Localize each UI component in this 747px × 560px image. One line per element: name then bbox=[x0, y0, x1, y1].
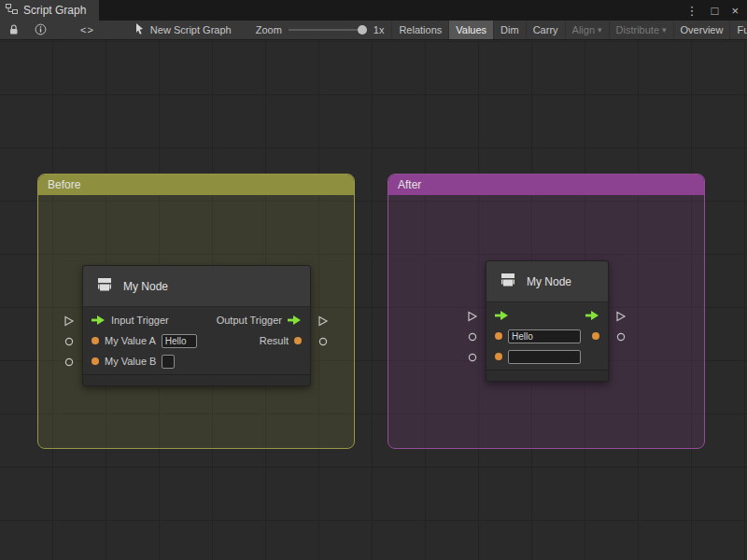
node-before[interactable]: My Node Input Trigger Output Trigger bbox=[82, 265, 311, 386]
values-label: Values bbox=[456, 24, 486, 35]
relations-label: Relations bbox=[399, 24, 442, 35]
node-row: My Value B bbox=[83, 351, 310, 371]
window-controls: ⋮ □ × bbox=[678, 0, 747, 21]
node-after-body: Hello bbox=[486, 302, 608, 367]
value-a-input[interactable]: Hello bbox=[162, 334, 197, 348]
dim-label: Dim bbox=[500, 24, 519, 35]
code-icon: <> bbox=[80, 24, 94, 35]
node-after-header[interactable]: My Node bbox=[486, 261, 608, 302]
close-icon[interactable]: × bbox=[731, 5, 739, 17]
node-before-header[interactable]: My Node bbox=[83, 266, 310, 307]
zoom-slider[interactable] bbox=[289, 29, 367, 31]
distribute-label: Distribute bbox=[616, 24, 659, 35]
external-value-port-icon[interactable] bbox=[63, 355, 75, 366]
tabbar-spacer bbox=[99, 0, 677, 21]
value-port-icon[interactable] bbox=[92, 337, 99, 344]
node-title: My Node bbox=[527, 275, 571, 288]
graph-canvas[interactable]: Before After My No bbox=[0, 40, 747, 560]
external-value-port-icon[interactable] bbox=[467, 329, 478, 341]
script-graph-icon bbox=[6, 3, 18, 18]
value-a-input[interactable]: Hello bbox=[508, 329, 581, 343]
result-label: Result bbox=[260, 335, 289, 346]
info-icon bbox=[35, 23, 47, 37]
overview-button[interactable]: Overview bbox=[673, 21, 730, 39]
cursor-icon bbox=[135, 23, 146, 37]
node-row: My Value A Hello Result bbox=[83, 330, 310, 351]
external-value-port-icon[interactable] bbox=[615, 329, 627, 341]
value-port-icon[interactable] bbox=[92, 357, 99, 365]
external-flow-port-icon[interactable] bbox=[615, 309, 627, 320]
external-flow-port-icon[interactable] bbox=[467, 309, 478, 320]
flow-port-out-icon[interactable] bbox=[585, 311, 599, 320]
kebab-menu-icon[interactable]: ⋮ bbox=[686, 5, 698, 17]
zoom-slider-knob[interactable] bbox=[358, 25, 367, 35]
value-b-input[interactable] bbox=[508, 350, 581, 364]
graph-toolbar: <> New Script Graph Zoom 1x Relations Va… bbox=[0, 21, 747, 40]
distribute-dropdown[interactable]: Distribute ▾ bbox=[609, 21, 673, 39]
info-button[interactable] bbox=[27, 21, 54, 39]
node-row: Hello bbox=[486, 326, 608, 346]
node-row bbox=[486, 346, 608, 367]
relations-toggle[interactable]: Relations bbox=[391, 21, 448, 39]
script-graph-window: Script Graph ⋮ □ × bbox=[0, 0, 747, 560]
value-port-icon[interactable] bbox=[495, 353, 502, 360]
carry-label: Carry bbox=[533, 24, 558, 35]
node-icon bbox=[498, 270, 518, 293]
overview-label: Overview bbox=[681, 24, 724, 35]
external-value-port-icon[interactable] bbox=[317, 334, 329, 345]
toolbar-toggles: Relations Values Dim Carry Align ▾ Distr… bbox=[391, 21, 747, 39]
external-value-port-icon[interactable] bbox=[467, 350, 478, 361]
input-trigger-label: Input Trigger bbox=[111, 315, 169, 326]
flow-port-in-icon[interactable] bbox=[92, 315, 106, 325]
value-port-icon[interactable] bbox=[294, 337, 302, 344]
external-value-port-icon[interactable] bbox=[63, 334, 75, 345]
node-row bbox=[486, 305, 608, 326]
code-view-button[interactable]: <> bbox=[73, 21, 102, 39]
node-title: My Node bbox=[123, 280, 168, 293]
carry-toggle[interactable]: Carry bbox=[526, 21, 565, 39]
value-b-input[interactable] bbox=[162, 355, 175, 369]
fullscreen-button[interactable]: Full Screen bbox=[729, 21, 747, 39]
zoom-label: Zoom bbox=[256, 24, 282, 35]
tab-bar: Script Graph ⋮ □ × bbox=[0, 0, 747, 21]
tab-script-graph[interactable]: Script Graph bbox=[0, 0, 99, 21]
graph-name-text: New Script Graph bbox=[150, 24, 232, 35]
lock-icon bbox=[7, 23, 20, 37]
tab-title: Script Graph bbox=[23, 4, 86, 17]
value-port-icon[interactable] bbox=[495, 332, 502, 340]
graph-name-label[interactable]: New Script Graph bbox=[128, 21, 239, 39]
values-toggle[interactable]: Values bbox=[448, 21, 493, 39]
value-a-label: My Value A bbox=[105, 335, 156, 346]
flow-port-in-icon[interactable] bbox=[495, 311, 509, 320]
zoom-value: 1x bbox=[374, 24, 385, 35]
dim-toggle[interactable]: Dim bbox=[493, 21, 526, 39]
lock-button[interactable] bbox=[0, 21, 27, 39]
align-label: Align bbox=[572, 24, 595, 35]
chevron-down-icon: ▾ bbox=[598, 25, 602, 35]
group-before-label: Before bbox=[48, 178, 80, 191]
group-before-header[interactable]: Before bbox=[38, 175, 354, 195]
maximize-icon[interactable]: □ bbox=[712, 5, 719, 17]
fullscreen-label: Full Screen bbox=[737, 24, 747, 35]
output-trigger-label: Output Trigger bbox=[217, 315, 282, 326]
chevron-down-icon: ▾ bbox=[662, 25, 667, 35]
flow-port-out-icon[interactable] bbox=[288, 315, 302, 325]
node-footer bbox=[486, 370, 608, 381]
node-before-body: Input Trigger Output Trigger My Value A … bbox=[83, 307, 310, 371]
external-flow-port-icon[interactable] bbox=[317, 314, 329, 325]
align-dropdown[interactable]: Align ▾ bbox=[565, 21, 609, 39]
value-b-label: My Value B bbox=[105, 356, 156, 367]
node-icon bbox=[94, 274, 115, 298]
zoom-control: Zoom 1x bbox=[256, 24, 385, 35]
node-after[interactable]: My Node bbox=[486, 260, 609, 382]
value-port-icon[interactable] bbox=[592, 332, 599, 340]
group-after-label: After bbox=[398, 178, 421, 191]
group-after-header[interactable]: After bbox=[388, 175, 704, 195]
node-footer bbox=[83, 374, 310, 385]
external-flow-port-icon[interactable] bbox=[63, 314, 75, 325]
node-row: Input Trigger Output Trigger bbox=[83, 310, 310, 330]
